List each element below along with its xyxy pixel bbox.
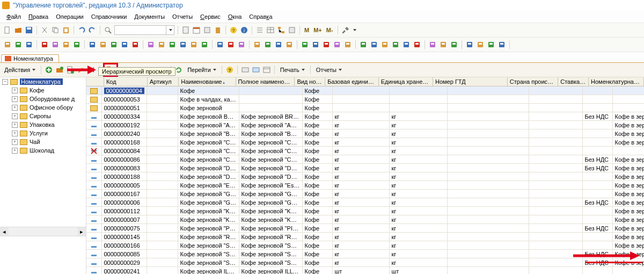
table-row[interactable]: 00000000188Кофе зерновой "DOLC…Кофе зерн… [86,172,644,181]
edit-icon[interactable] [77,66,85,74]
search-field[interactable] [114,25,174,35]
table-row[interactable]: 00000000166Кофе зерновой "SAN P…Кофе зер… [86,241,644,250]
help-icon[interactable]: ? [229,26,238,34]
save-icon[interactable] [25,26,33,34]
tree-child[interactable]: +Услуги [0,129,86,138]
toolbar2-icon[interactable] [465,40,474,49]
table-row[interactable]: 00000000085Кофе зерновой "SANT…Кофе зерн… [86,250,644,258]
menu-reports[interactable]: Отчеты [169,13,196,20]
toolbar2-icon[interactable] [343,40,352,49]
tree-icon[interactable] [277,26,286,34]
table-row[interactable]: 00000000086Кофе зерновой "COST…Кофе зерн… [86,155,644,164]
tree-child[interactable]: +Упаковка [0,120,86,129]
new-icon[interactable] [3,26,12,34]
toolbar2-icon[interactable] [301,40,309,49]
toolbar2-icon[interactable] [168,40,177,49]
toolbar2-icon[interactable] [72,40,81,49]
toolbar2-icon[interactable] [380,40,389,49]
toolbar2-icon[interactable] [62,40,70,49]
expand-icon[interactable]: + [12,122,18,128]
table-row[interactable]: 00000000051Кофе зерновойКофе [86,104,644,112]
toolbar2-icon[interactable] [359,40,368,49]
table-row[interactable]: 00000000075Кофе зерновой "PIACE…Кофе зер… [86,224,644,233]
paste-icon[interactable] [62,26,70,34]
toolbar2-icon[interactable] [157,40,166,49]
menu-file[interactable]: Файл [3,13,24,20]
chevron-down-icon[interactable] [353,29,356,31]
expand-icon[interactable]: + [12,105,18,111]
collapse-icon[interactable]: − [2,79,8,85]
table-row[interactable]: 00000000241Кофе зерновой ILLY Ca…Кофе зе… [86,267,644,275]
cut-icon[interactable] [40,26,49,34]
col-articul[interactable]: Артикул [148,77,179,86]
calc-icon[interactable] [181,26,190,34]
expand-icon[interactable]: + [12,148,18,154]
toolbar2-icon[interactable] [264,40,272,49]
toolbar2-icon[interactable] [109,40,118,49]
add-item-icon[interactable] [66,66,75,74]
table-row[interactable]: 00000000005Кофе зерновой "Espres…Кофе зе… [86,181,644,190]
table-row[interactable]: 00000000029Кофе зерновой "SPECI…Кофе зер… [86,258,644,267]
tree-child[interactable]: +Шоколад [0,146,86,155]
toolbar2-icon[interactable] [253,40,261,49]
toolbar2-icon[interactable] [428,40,437,49]
col-nds[interactable]: Ставка НДС [558,77,589,86]
col-fullname[interactable]: Полное наименование [236,77,295,86]
add-folder-icon[interactable] [55,66,64,74]
props-icon[interactable] [203,26,211,34]
tree-child[interactable]: +Оборудование д [0,95,86,103]
toolbar2-icon[interactable] [179,40,187,49]
col-icon[interactable] [86,77,104,86]
settings1-icon[interactable] [241,66,250,74]
expand-icon[interactable]: + [12,139,18,145]
toolbar2-icon[interactable] [476,40,485,49]
menu-operations[interactable]: Операции [53,13,86,20]
table-row[interactable]: 00000000167Кофе зерновой "GRAN …Кофе зер… [86,190,644,198]
toolbar2-icon[interactable] [237,40,246,49]
tree-scrollbar-h[interactable]: ◂ ▸ [0,227,86,236]
toolbar2-icon[interactable] [147,40,155,49]
refresh-icon[interactable] [174,66,183,74]
toolbar2-icon[interactable] [391,40,400,49]
add-icon[interactable] [45,66,53,74]
reports-button[interactable]: Отчеты [314,66,344,74]
table-row[interactable]: 00000000053Кофе в чалдах, капсулахКофе [86,95,644,104]
toolbar2-icon[interactable] [99,40,107,49]
toolbar2-icon[interactable] [497,40,506,49]
scroll-right-icon[interactable]: ▸ [77,227,86,236]
toolbar2-icon[interactable] [131,40,140,49]
tree-child[interactable]: +Сиропы [0,112,86,120]
go-button[interactable]: Перейти [185,66,218,74]
menu-windows[interactable]: Окна [225,13,245,20]
toolbar2-icon[interactable] [51,40,60,49]
toolbar2-icon[interactable] [14,40,23,49]
table-row[interactable]: 00000000240Кофе зерновой "BUON …Кофе зер… [86,129,644,138]
menu-documents[interactable]: Документы [131,13,168,20]
search-icon[interactable] [104,26,112,34]
table-row[interactable]: 00000000334Кофе зерновой BRAZI…Кофе зерн… [86,112,644,121]
toolbar2-icon[interactable] [439,40,448,49]
toolbar2-icon[interactable] [285,40,294,49]
menu-catalogs[interactable]: Справочники [88,13,130,20]
tree-child[interactable]: +Чай [0,138,86,146]
settings2-icon[interactable] [252,66,260,74]
scroll-left-icon[interactable]: ◂ [0,227,9,236]
toolbar2-icon[interactable] [413,40,421,49]
table-row[interactable]: 00000000004КофеКофе [86,86,644,95]
info-icon[interactable]: i [240,26,248,34]
col-gtd[interactable]: Номер ГТД [433,77,508,86]
col-vid[interactable]: Вид номенкл… [295,77,325,86]
table-row[interactable]: 00000000083Кофе зерновой "DODIC…Кофе зер… [86,164,644,172]
undo-icon[interactable] [77,26,86,34]
toolbar2-icon[interactable] [3,40,12,49]
m-label[interactable]: М [303,27,310,33]
tree-child[interactable]: +Кофе [0,86,86,95]
settings3-icon[interactable] [262,66,271,74]
col-country[interactable]: Страна происхождения [508,77,558,86]
toolbar2-icon[interactable] [333,40,341,49]
copy-icon[interactable] [51,26,60,34]
table-row[interactable]: 00000000084Кофе зерновой "CLASS…Кофе зер… [86,147,644,155]
table-row[interactable]: 00000000007Кофе зерновой "Kenya …Кофе зе… [86,215,644,224]
col-name[interactable]: Наименование▴ [179,77,236,86]
tab-nomenclature[interactable]: Номенклатура [1,54,59,62]
